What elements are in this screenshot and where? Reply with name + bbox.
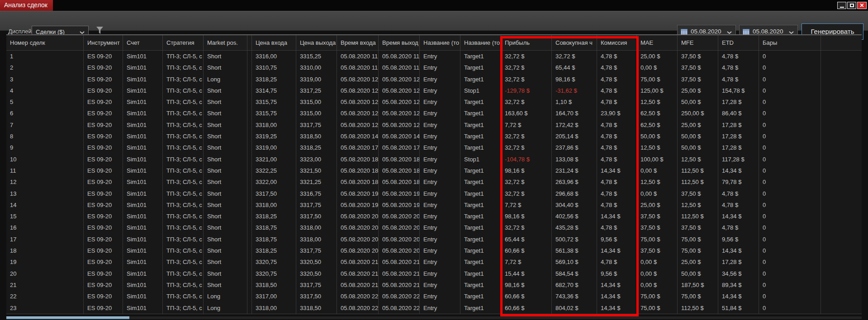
cell-exit-time: 05.08.2020 19: [379, 199, 420, 211]
column-header-instrument[interactable]: Инструмент: [84, 35, 123, 51]
cell-strategy: ТП-3; СЛ-5, с: [163, 51, 204, 62]
table-row[interactable]: 14ES 09-20Sim101ТП-3; СЛ-5, сShort3318,0…: [6, 199, 862, 211]
cell-strategy: ТП-3; СЛ-5, с: [163, 142, 204, 153]
cell-entry-time: 05.08.2020 20: [337, 245, 379, 256]
cell-exit-name: Target1: [460, 234, 501, 245]
cell-entry-price: 3318,50: [252, 279, 296, 291]
minimize-button[interactable]: [837, 2, 846, 9]
cell-account: Sim101: [123, 74, 163, 85]
table-row[interactable]: 7ES 09-20Sim101ТП-3; СЛ-5, сShort3318,00…: [6, 119, 862, 131]
cell-profit: 32,72 $: [501, 188, 552, 199]
cell-commission: 4,78 $: [597, 222, 637, 233]
close-button[interactable]: ✕: [857, 2, 867, 9]
cell-bars: 0: [759, 108, 821, 119]
horizontal-scrollbar-thumb[interactable]: [6, 316, 129, 319]
cell-cum-net-profit: 804,02 $: [552, 302, 597, 314]
cell-exit-name: Target1: [460, 211, 501, 222]
table-row[interactable]: 1ES 09-20Sim101ТП-3; СЛ-5, сShort3316,00…: [6, 51, 862, 62]
table-row[interactable]: 3ES 09-20Sim101ТП-3; СЛ-5, сLong3318,253…: [6, 74, 862, 85]
cell-exit-time: 05.08.2020 21: [379, 279, 420, 291]
cell-strategy: ТП-3; СЛ-5, с: [163, 268, 204, 279]
column-header-trade-number[interactable]: Номер сделк: [6, 35, 84, 51]
cell-spacer: [247, 176, 252, 188]
table-row[interactable]: 2ES 09-20Sim101ТП-3; СЛ-5, сShort3310,75…: [6, 62, 862, 73]
cell-profit: 32,72 $: [501, 131, 552, 142]
column-header-entry-time[interactable]: Время входа: [337, 35, 379, 51]
table-row[interactable]: 18ES 09-20Sim101ТП-3; СЛ-5, сShort3318,2…: [6, 245, 862, 256]
table-row[interactable]: 8ES 09-20Sim101ТП-3; СЛ-5, сShort3319,25…: [6, 131, 862, 142]
cell-market-pos: Short: [204, 131, 247, 142]
cell-commission: 4,78 $: [597, 74, 637, 85]
column-header-etd[interactable]: ETD: [718, 35, 759, 51]
column-header-exit-time[interactable]: Время выход: [379, 35, 420, 51]
table-row[interactable]: 10ES 09-20Sim101ТП-3; СЛ-5, сShort3321,0…: [6, 154, 862, 165]
maximize-icon: [850, 4, 854, 7]
column-header-profit[interactable]: Прибыль: [501, 35, 552, 51]
cell-strategy: ТП-3; СЛ-5, с: [163, 279, 204, 291]
cell-bars: 0: [759, 279, 821, 291]
cell-strategy: ТП-3; СЛ-5, с: [163, 291, 204, 302]
column-header-exit-price[interactable]: Цена выхода: [296, 35, 337, 51]
cell-market-pos: Short: [204, 234, 247, 245]
table-row[interactable]: 12ES 09-20Sim101ТП-3; СЛ-5, сShort3322,0…: [6, 176, 862, 188]
column-header-mfe[interactable]: MFE: [678, 35, 718, 51]
cell-entry-name: Entry: [420, 291, 460, 302]
cell-entry-price: 3316,00: [252, 51, 296, 62]
cell-entry-time: 05.08.2020 14: [337, 131, 379, 142]
cell-cum-net-profit: 237,86 $: [552, 142, 597, 153]
column-header-commission[interactable]: Комиссия: [597, 35, 637, 51]
cell-trade-number: 9: [6, 142, 84, 153]
maximize-button[interactable]: [847, 2, 856, 9]
cell-mae: 0,00 $: [637, 165, 678, 176]
horizontal-scrollbar-track[interactable]: [6, 316, 862, 319]
cell-exit-time: 05.08.2020 20: [379, 222, 420, 233]
column-header-entry-price[interactable]: Цена входа: [252, 35, 296, 51]
column-header-spacer[interactable]: [247, 35, 252, 51]
table-row[interactable]: 11ES 09-20Sim101ТП-3; СЛ-5, сShort3322,2…: [6, 165, 862, 176]
cell-entry-time: 05.08.2020 11: [337, 51, 379, 62]
table-row[interactable]: 21ES 09-20Sim101ТП-3; СЛ-5, сShort3318,5…: [6, 279, 862, 291]
table-row[interactable]: 20ES 09-20Sim101ТП-3; СЛ-5, сShort3320,7…: [6, 268, 862, 279]
column-header-strategy[interactable]: Стратегия: [163, 35, 204, 51]
table-row[interactable]: 23ES 09-20Sim101ТП-3; СЛ-5, сLong3318,00…: [6, 302, 862, 314]
cell-mfe: 75,00 $: [678, 234, 718, 245]
table-row[interactable]: 5ES 09-20Sim101ТП-3; СЛ-5, сShort3315,75…: [6, 96, 862, 108]
cell-account: Sim101: [123, 291, 163, 302]
cell-mae: 25,00 $: [637, 199, 678, 211]
table-row[interactable]: 4ES 09-20Sim101ТП-3; СЛ-5, сShort3314,75…: [6, 85, 862, 96]
column-header-exit-name[interactable]: Название (то: [460, 35, 501, 51]
table-row[interactable]: 15ES 09-20Sim101ТП-3; СЛ-5, сShort3318,2…: [6, 211, 862, 222]
column-header-cum-net-profit[interactable]: Совокупная ч: [552, 35, 597, 51]
cell-spacer: [247, 62, 252, 73]
cell-commission: 14,34 $: [597, 279, 637, 291]
table-row[interactable]: 22ES 09-20Sim101ТП-3; СЛ-5, сLong3317,00…: [6, 291, 862, 302]
cell-profit: 32,72 $: [501, 176, 552, 188]
cell-bars: 0: [759, 291, 821, 302]
table-row[interactable]: 6ES 09-20Sim101ТП-3; СЛ-5, сShort3315,75…: [6, 108, 862, 119]
table-row[interactable]: 9ES 09-20Sim101ТП-3; СЛ-5, сShort3319,00…: [6, 142, 862, 153]
cell-instrument: ES 09-20: [84, 96, 123, 108]
table-row[interactable]: 16ES 09-20Sim101ТП-3; СЛ-5, сShort3318,7…: [6, 222, 862, 233]
column-header-market-pos[interactable]: Market pos.: [204, 35, 247, 51]
cell-account: Sim101: [123, 108, 163, 119]
table-row[interactable]: 13ES 09-20Sim101ТП-3; СЛ-5, сShort3317,5…: [6, 188, 862, 199]
column-header-entry-name[interactable]: Название (то: [420, 35, 460, 51]
cell-entry-time: 05.08.2020 21: [337, 268, 379, 279]
cell-entry-time: 05.08.2020 12: [337, 108, 379, 119]
cell-entry-name: Entry: [420, 74, 460, 85]
column-header-account[interactable]: Счет: [123, 35, 163, 51]
cell-entry-price: 3318,00: [252, 199, 296, 211]
window-title-tab[interactable]: Анализ сделок: [0, 0, 53, 11]
chevron-down-icon: [789, 31, 794, 34]
cell-market-pos: Short: [204, 222, 247, 233]
cell-strategy: ТП-3; СЛ-5, с: [163, 131, 204, 142]
minimize-icon: [840, 7, 844, 8]
column-header-bars[interactable]: Бары: [759, 35, 821, 51]
cell-mae: 0,00 $: [637, 279, 678, 291]
table-row[interactable]: 19ES 09-20Sim101ТП-3; СЛ-5, сShort3320,7…: [6, 256, 862, 268]
cell-profit: 32,72 $: [501, 51, 552, 62]
cell-entry-price: 3317,50: [252, 188, 296, 199]
cell-exit-price: 3317,75: [296, 119, 337, 131]
table-row[interactable]: 17ES 09-20Sim101ТП-3; СЛ-5, сShort3318,7…: [6, 234, 862, 245]
column-header-mae[interactable]: MAE: [637, 35, 678, 51]
